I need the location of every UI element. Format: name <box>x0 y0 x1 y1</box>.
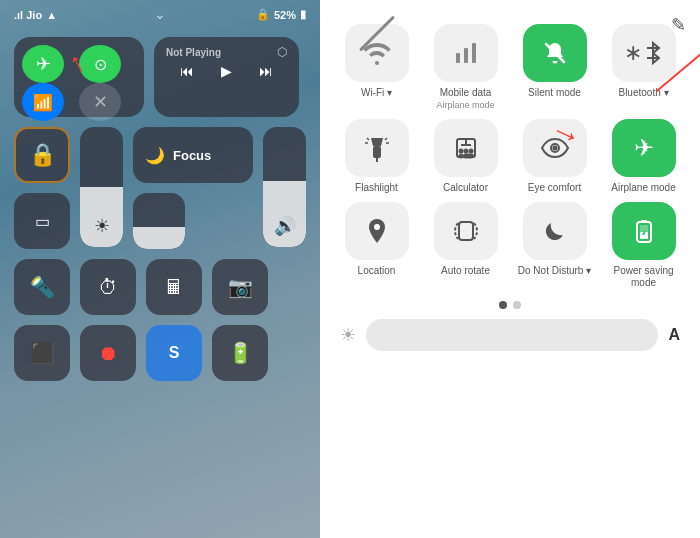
bottom-icons-row2: ⬛ ⏺ S 🔋 <box>14 325 306 381</box>
location-label: Location <box>358 265 396 277</box>
brightness-slider[interactable]: ☀ <box>80 127 123 247</box>
location-icon-box[interactable] <box>345 202 409 260</box>
dnd-label: Do Not Disturb ▾ <box>518 265 591 277</box>
wifi-tile-label: Wi-Fi ▾ <box>361 87 392 99</box>
svg-rect-6 <box>373 146 381 158</box>
calculator-icon-box[interactable] <box>434 119 498 177</box>
bluetooth-label: Bluetooth ▾ <box>618 87 668 99</box>
svg-rect-20 <box>464 155 473 158</box>
airplane-mode-button[interactable]: ✈ <box>22 45 64 83</box>
flashlight-button[interactable]: 🔦 <box>14 259 70 315</box>
svg-rect-1 <box>464 48 468 63</box>
auto-rotate-icon-box[interactable] <box>434 202 498 260</box>
timer-button[interactable]: ⏱ <box>80 259 136 315</box>
silent-mode-tile[interactable]: Silent mode <box>514 24 595 111</box>
battery-icon: ▮ <box>300 8 306 21</box>
brightness-row: ☀ A <box>336 319 684 351</box>
svg-marker-7 <box>371 138 383 146</box>
now-playing-header: Not Playing ⬡ <box>166 45 287 59</box>
bluetooth-tile[interactable]: ∗ Bluetooth ▾ <box>603 24 684 111</box>
android-tiles-row3: Location Auto rotate Do Not Disturb ▾ <box>336 202 684 289</box>
airplane-mode-label: Airplane mode <box>611 182 675 194</box>
battery-widget-button[interactable]: 🔋 <box>212 325 268 381</box>
svg-rect-0 <box>456 53 460 63</box>
wifi-icon-box[interactable] <box>345 24 409 82</box>
hotspot-button[interactable]: ⊙ <box>79 45 121 83</box>
bluetooth-button[interactable]: ✕ <box>79 83 121 121</box>
battery-text: 52% <box>274 9 296 21</box>
mobile-data-icon-box[interactable] <box>434 24 498 82</box>
location-tile[interactable]: Location <box>336 202 417 289</box>
camera-button[interactable]: 📷 <box>212 259 268 315</box>
ios-control-center: ⌄ .ıl Jio ▲ 🔒 52% ▮ ✈ ⊙ 📶 ✕ ↑ <box>0 0 320 538</box>
slider-fill <box>133 227 185 249</box>
page-dots <box>336 301 684 309</box>
wifi-tile[interactable]: Wi-Fi ▾ <box>336 24 417 111</box>
power-saving-tile[interactable]: Power saving mode <box>603 202 684 289</box>
middle-row: 🔒 ▭ ☀ 🌙 Focus 🔊 <box>14 127 306 249</box>
dot-1[interactable] <box>499 301 507 309</box>
auto-rotate-tile[interactable]: Auto rotate <box>425 202 506 289</box>
brightness-bar[interactable] <box>366 319 658 351</box>
calculator-button-left[interactable]: 🖩 <box>146 259 202 315</box>
top-row: ✈ ⊙ 📶 ✕ ↑ Not Playing ⬡ ⏮ ▶ ⏭ <box>14 37 306 117</box>
svg-point-19 <box>459 155 462 158</box>
silent-mode-icon-box[interactable] <box>523 24 587 82</box>
airplane-icon-box[interactable]: ✈ <box>612 119 676 177</box>
record-button[interactable]: ⏺ <box>80 325 136 381</box>
mobile-data-label: Mobile dataAirplane mode <box>436 87 494 111</box>
status-right: 🔒 52% ▮ <box>256 8 306 21</box>
eye-comfort-tile[interactable]: Eye comfort <box>514 119 595 194</box>
svg-line-9 <box>367 138 369 140</box>
carrier-text: .ıl Jio <box>14 9 42 21</box>
dnd-icon-box[interactable] <box>523 202 587 260</box>
some-slider[interactable] <box>133 193 185 249</box>
status-left: .ıl Jio ▲ <box>14 9 57 21</box>
svg-point-16 <box>459 150 462 153</box>
silent-mode-label: Silent mode <box>528 87 581 99</box>
screen-lock-button[interactable]: 🔒 <box>14 127 70 183</box>
wifi-icon: ▲ <box>46 9 57 21</box>
dot-2[interactable] <box>513 301 521 309</box>
prev-button[interactable]: ⏮ <box>180 63 194 79</box>
qr-button[interactable]: ⬛ <box>14 325 70 381</box>
eye-comfort-icon-box[interactable] <box>523 119 587 177</box>
playback-controls: ⏮ ▶ ⏭ <box>166 63 287 79</box>
volume-slider[interactable]: 🔊 <box>263 127 306 247</box>
calculator-label: Calculator <box>443 182 488 194</box>
eye-comfort-label: Eye comfort <box>528 182 581 194</box>
play-button[interactable]: ▶ <box>221 63 232 79</box>
now-playing-widget: Not Playing ⬡ ⏮ ▶ ⏭ <box>154 37 299 117</box>
flashlight-tile[interactable]: Flashlight <box>336 119 417 194</box>
wifi-button[interactable]: 📶 <box>22 83 64 121</box>
svg-rect-24 <box>459 222 473 240</box>
svg-line-10 <box>385 138 387 140</box>
bluetooth-icon-box[interactable]: ∗ <box>612 24 676 82</box>
power-saving-icon-box[interactable] <box>612 202 676 260</box>
screen-mirroring-button[interactable]: ▭ <box>14 193 70 249</box>
focus-label: Focus <box>173 148 211 163</box>
connectivity-block: ✈ ⊙ 📶 ✕ ↑ <box>14 37 144 117</box>
airplane-mode-tile[interactable]: ✈ Airplane mode <box>603 119 684 194</box>
lock-icon: 🔒 <box>256 8 270 21</box>
android-tiles-row1: Wi-Fi ▾ Mobile dataAirplane mode Sil <box>336 24 684 111</box>
shazam-button[interactable]: S <box>146 325 202 381</box>
volume-fill <box>263 181 306 247</box>
mobile-data-tile[interactable]: Mobile dataAirplane mode <box>425 24 506 111</box>
svg-point-23 <box>374 224 380 230</box>
svg-rect-2 <box>472 43 476 63</box>
dnd-tile[interactable]: Do Not Disturb ▾ <box>514 202 595 289</box>
calculator-tile[interactable]: Calculator <box>425 119 506 194</box>
focus-button[interactable]: 🌙 Focus <box>133 127 253 183</box>
flashlight-icon-box[interactable] <box>345 119 409 177</box>
next-button[interactable]: ⏭ <box>259 63 273 79</box>
svg-point-18 <box>469 150 472 153</box>
now-playing-label: Not Playing <box>166 47 221 58</box>
svg-point-17 <box>464 150 467 153</box>
airplay-icon[interactable]: ⬡ <box>277 45 287 59</box>
svg-rect-28 <box>641 220 647 223</box>
control-center-grid: ✈ ⊙ 📶 ✕ ↑ Not Playing ⬡ ⏮ ▶ ⏭ <box>0 25 320 393</box>
flashlight-label: Flashlight <box>355 182 398 194</box>
brightness-low-icon: ☀ <box>340 324 356 346</box>
svg-point-22 <box>553 147 556 150</box>
